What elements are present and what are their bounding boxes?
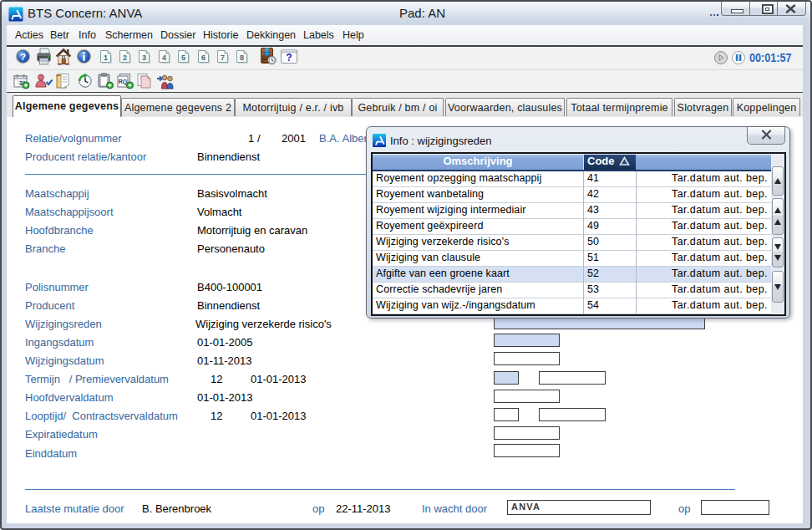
svg-text:4: 4 [162,54,166,62]
svg-text:8: 8 [240,54,244,62]
svg-text:1: 1 [104,54,108,62]
svg-text:?: ? [286,52,292,64]
svg-text:5: 5 [181,54,185,62]
svg-text:RQ: RQ [119,79,128,85]
svg-text:3: 3 [142,54,146,62]
svg-text:2: 2 [123,54,127,62]
svg-text:6: 6 [201,54,206,62]
svg-text:?: ? [20,52,26,62]
svg-text:7: 7 [221,54,225,62]
